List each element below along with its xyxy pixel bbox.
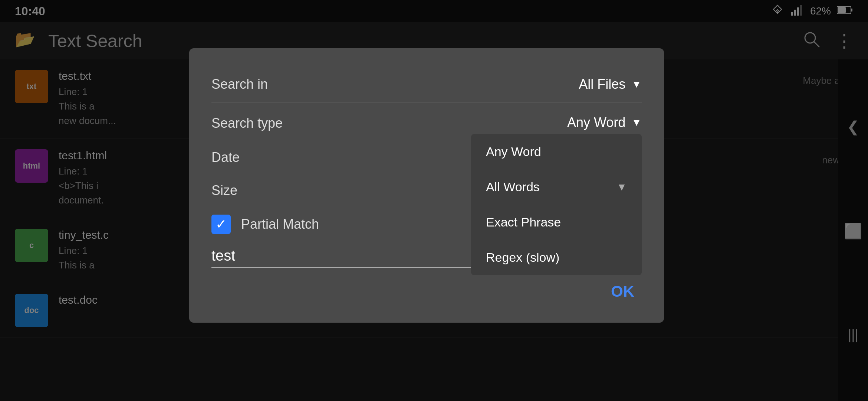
- search-in-dropdown[interactable]: All Files ▼: [579, 74, 642, 95]
- option-label: Any Word: [486, 144, 541, 159]
- dialog-form: Search in All Files ▼ Search type Any Wo…: [211, 66, 642, 241]
- search-type-dropdown-container: Any Word ▼ Any Word All Words ▼ Exact Ph…: [567, 112, 642, 133]
- partial-match-checkbox[interactable]: ✓: [211, 215, 231, 234]
- date-label: Date: [211, 150, 240, 165]
- option-all-words[interactable]: All Words ▼: [471, 169, 642, 205]
- option-label: Regex (slow): [486, 250, 559, 265]
- search-type-value: Any Word: [567, 115, 625, 130]
- search-in-row: Search in All Files ▼: [211, 66, 642, 103]
- option-label: All Words: [486, 180, 540, 194]
- search-type-arrow-icon: ▼: [631, 117, 642, 128]
- ok-button[interactable]: OK: [604, 278, 642, 305]
- option-label: Exact Phrase: [486, 215, 561, 229]
- partial-match-checkbox-row: ✓ Partial Match: [211, 215, 319, 234]
- search-in-value: All Files: [579, 76, 625, 92]
- search-type-row: Search type Any Word ▼ Any Word All Word…: [211, 103, 642, 141]
- search-type-menu: Any Word All Words ▼ Exact Phrase Regex …: [471, 134, 642, 275]
- option-regex[interactable]: Regex (slow): [471, 240, 642, 275]
- search-dialog: Search in All Files ▼ Search type Any Wo…: [189, 48, 664, 323]
- search-in-label: Search in: [211, 76, 268, 92]
- option-any-word[interactable]: Any Word: [471, 134, 642, 169]
- search-in-arrow-icon: ▼: [631, 78, 642, 90]
- all-words-arrow-icon: ▼: [617, 181, 627, 193]
- size-label: Size: [211, 183, 237, 198]
- partial-match-label: Partial Match: [241, 216, 319, 232]
- option-exact-phrase[interactable]: Exact Phrase: [471, 205, 642, 240]
- search-type-dropdown[interactable]: Any Word ▼: [567, 112, 642, 133]
- checkmark-icon: ✓: [216, 218, 227, 231]
- dialog-footer: OK: [211, 278, 642, 305]
- search-type-label: Search type: [211, 112, 283, 131]
